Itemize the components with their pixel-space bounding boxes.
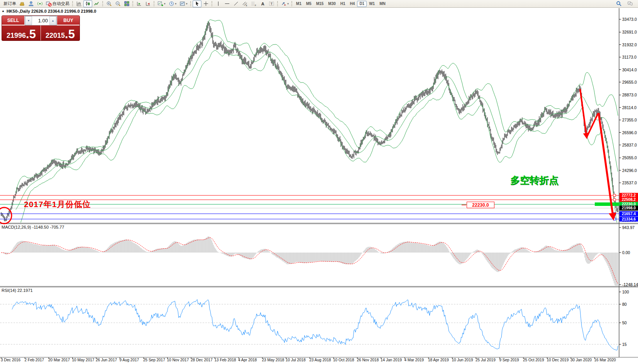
horizontal-line-objects (0, 194, 619, 220)
candle-chart-button[interactable] (83, 0, 92, 7)
bar-chart-button[interactable] (74, 0, 83, 7)
rsi-axis-label: 80 (622, 302, 627, 307)
timeframe-m1-button[interactable]: M1 (294, 1, 304, 7)
timeframe-d1-button[interactable]: D1 (357, 1, 367, 7)
chart-title-row: ▲ HK50-,Daily 22626.0 23364.0 21996.0 21… (2, 9, 96, 13)
price-tick-label: 27355.0 (622, 118, 637, 122)
timeframe-h4-button[interactable]: H4 (348, 1, 357, 7)
svg-text:A: A (261, 2, 264, 6)
date-label: 25 Sep 2017 (143, 358, 165, 362)
macd-axis-label: 943.97 (622, 225, 635, 230)
toolbar-grip (102, 1, 103, 6)
collapse-panel-icon[interactable]: ▲ (2, 9, 5, 13)
annotation-price-box[interactable]: 22230.0 (467, 202, 494, 208)
svg-text:T: T (270, 2, 272, 6)
macd-axis-label: -1248.14 (622, 282, 638, 287)
annotation-jan2017-low-text[interactable]: 2017年1月份低位 (24, 199, 91, 210)
annotation-pivot-point-text[interactable]: 多空转折点 (510, 174, 558, 187)
arrows-button[interactable]: ▾ (279, 0, 291, 7)
fibonacci-button[interactable]: F (249, 0, 258, 7)
bar-chart-icon (76, 1, 82, 7)
price-tick-label: 30414.0 (622, 67, 637, 72)
templates-button[interactable]: ▾ (178, 0, 189, 7)
hline-handle[interactable] (613, 194, 616, 197)
line-chart-button[interactable] (92, 0, 101, 7)
macd-indicator-label: MACD(12,26,9) -1148.50 -705.77 (2, 225, 64, 229)
lot-increase-button[interactable]: ▲ (49, 16, 56, 25)
buy-button[interactable]: BUY (57, 16, 80, 25)
bollinger-upper-band (16, 20, 618, 192)
price-tick-label: 24296.0 (622, 168, 637, 173)
svg-text:F: F (255, 4, 256, 7)
rsi-axis-label: 50 (622, 320, 627, 325)
price-tick-label: 31173.0 (622, 55, 636, 59)
date-label: 14 Jan 2019 (381, 358, 402, 362)
tile-windows-icon (124, 1, 130, 7)
price-tick-label: 32691.0 (622, 30, 637, 34)
trendline-button[interactable] (232, 0, 240, 7)
annotation-green-highlight-bar[interactable] (595, 202, 619, 206)
timeframe-m30-button[interactable]: M30 (326, 1, 338, 7)
text-button[interactable]: A (258, 0, 267, 7)
one-click-trade-panel: SELL ▼ 1.00 ▲ BUY 21996.5 22015.5 (2, 15, 80, 41)
community-button[interactable] (27, 0, 36, 7)
gold-chart-button[interactable] (18, 0, 27, 7)
chat-button[interactable] (626, 0, 635, 7)
price-tick-label: 28114.0 (622, 105, 636, 110)
sell-price[interactable]: 21996.5 (2, 25, 41, 40)
price-tag-22508.2: 22508.2 (622, 197, 636, 202)
timeframe-mn-button[interactable]: MN (377, 1, 388, 7)
search-button[interactable] (614, 0, 623, 7)
tile-windows-button[interactable] (122, 0, 131, 7)
hline-handle[interactable] (613, 199, 616, 201)
macd-pane (1, 236, 618, 289)
timeframe-w1-button[interactable]: W1 (367, 1, 377, 7)
date-label: 10 Nov 2017 (167, 358, 189, 362)
text-label-icon: T (269, 1, 274, 7)
cursor-icon (194, 1, 200, 7)
autotrade-button[interactable]: 自动交易 (44, 0, 71, 7)
chart-shift-button[interactable] (135, 0, 144, 7)
toolbar-grip (277, 1, 278, 6)
date-label: 20 Mar 2017 (48, 358, 70, 362)
buy-price-pips: .5 (65, 29, 75, 39)
sell-price-pips: .5 (26, 29, 36, 39)
periods-button[interactable]: ▾ (167, 0, 178, 7)
autotrade-icon (46, 1, 52, 7)
channel-button[interactable]: E (240, 0, 249, 7)
hline-handle[interactable] (613, 218, 616, 220)
chart-title: HK50-,Daily 22626.0 23364.0 21996.0 2199… (7, 9, 96, 13)
buy-price[interactable]: 22015.5 (41, 25, 80, 40)
indicators-button[interactable]: ▾ (156, 0, 167, 7)
zoom-in-icon (106, 1, 112, 7)
date-label: 23 Aug 2018 (310, 358, 332, 362)
date-label: 16 Mar 2020 (594, 358, 616, 362)
sell-button[interactable]: SELL (2, 16, 25, 25)
annotation-red-arrow-1[interactable] (580, 89, 587, 137)
timeframe-m15-button[interactable]: M15 (314, 1, 326, 7)
text-label-button[interactable]: T (267, 0, 276, 7)
cursor-button[interactable] (193, 0, 201, 7)
main-toolbar: 新订单自动交易▾▾▾EFAT▾M1M5M15M30H1H4D1W1MN (0, 0, 638, 8)
macd-signal-line (1, 238, 618, 284)
timeframe-m5-button[interactable]: M5 (304, 1, 314, 7)
crosshair-button[interactable] (201, 0, 210, 7)
chart-autoscroll-button[interactable] (144, 0, 152, 7)
zoom-out-icon (115, 1, 121, 7)
macd-axis-label: 0.00 (622, 250, 630, 255)
candlestick-bars (1, 21, 618, 221)
new-order-button[interactable]: 新订单 (1, 0, 18, 7)
hline-button[interactable] (223, 0, 232, 7)
zoom-out-button[interactable] (113, 0, 122, 7)
lot-size-field[interactable]: 1.00 (32, 16, 49, 25)
zoom-in-button[interactable] (105, 0, 113, 7)
timeframe-h1-button[interactable]: H1 (338, 1, 348, 7)
date-label: 25 Oct 2019 (523, 358, 544, 362)
price-tick-label: 25837.0 (622, 143, 637, 147)
signal-button[interactable] (36, 0, 44, 7)
vline-button[interactable] (214, 0, 223, 7)
lot-decrease-button[interactable]: ▼ (25, 16, 32, 25)
trade-panel-prices: 21996.5 22015.5 (2, 25, 80, 40)
date-label: 10 Jun 2019 (452, 358, 473, 362)
svg-text:E: E (245, 4, 247, 7)
